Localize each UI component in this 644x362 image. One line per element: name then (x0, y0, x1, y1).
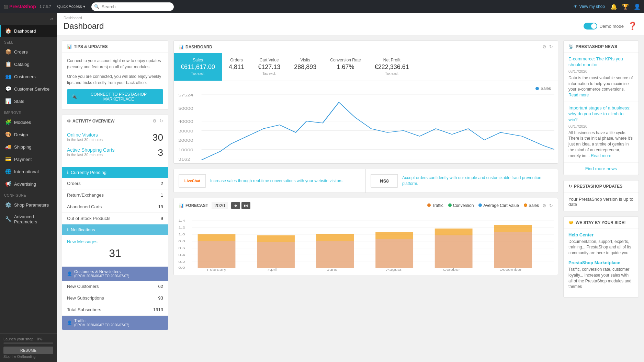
stay-icon: 🤝 (568, 220, 574, 225)
sidebar-item-customers[interactable]: 👥 Customers (0, 70, 57, 83)
sidebar-item-design[interactable]: 🎨 Design (0, 128, 57, 141)
dashboard-header-title: 📊 DASHBOARD (179, 45, 212, 49)
new-messages-link[interactable]: New Messages (67, 239, 163, 244)
forecast-year: 2020 (212, 202, 228, 209)
shop-label: ⬛ PrestaShop (3, 4, 36, 9)
forecast-bar-chart: 1.4 1.2 1.0 0.8 0.6 0.4 0.2 0.0 (177, 217, 554, 271)
sidebar-item-customer-service[interactable]: 💬 Customer Service (0, 83, 57, 95)
sales-line-chart: 57524 50000 40000 30000 20000 10000 3162 (177, 91, 554, 164)
news-card-header: 📡 PRESTASHOP NEWS (564, 41, 639, 53)
toggle-switch[interactable] (584, 23, 597, 30)
tab-net-profit[interactable]: Net Profit €222,336.61 Tax excl. (368, 53, 416, 81)
svg-text:6/24/2020: 6/24/2020 (385, 162, 409, 164)
sidebar-item-payment[interactable]: 💳 Payment (0, 153, 57, 165)
sidebar-toggle[interactable]: « (0, 13, 57, 25)
pending-item-returns[interactable]: Return/Exchanges 1 (62, 189, 168, 201)
sidebar-item-dashboard[interactable]: 🏠 Dashboard (0, 25, 57, 37)
news-title-1[interactable]: E-commerce: The KPIs you should monitor (568, 56, 634, 68)
svg-rect-41 (316, 234, 354, 241)
forecast-prev-button[interactable]: ⏮ (231, 202, 240, 209)
news-read-more-2[interactable]: Read more (591, 153, 611, 158)
customer-item-new-customers[interactable]: New Customers 62 (62, 281, 168, 292)
marketplace-link[interactable]: PrestaShop Marketplace (568, 260, 634, 265)
page-title-text: Dashboard (64, 21, 104, 31)
quick-access-menu[interactable]: Quick Access ▾ (55, 3, 88, 10)
pending-item-orders[interactable]: Orders 2 (62, 178, 168, 189)
search-input[interactable] (91, 2, 174, 11)
sidebar-item-international[interactable]: 🌐 International (0, 165, 57, 178)
sidebar-item-catalog[interactable]: 📋 Catalog (0, 58, 57, 70)
bell-icon[interactable]: 🔔 (610, 3, 617, 10)
ns8-description[interactable]: Accept orders confidently with our simpl… (402, 175, 553, 187)
online-visitors-label[interactable]: Online Visitors (67, 132, 103, 138)
tab-sales[interactable]: Sales €611,617.00 Tax excl. (174, 53, 222, 81)
sidebar-bottom: Launch your shop! 0% RESUME Stop the OnB… (0, 333, 57, 362)
trophy-icon[interactable]: 🏆 (622, 3, 629, 10)
top-nav-icons: 🔔 🏆 👤 (610, 3, 641, 10)
sidebar-item-stats[interactable]: 📊 Stats (0, 95, 57, 107)
sales-chart-area: Sales 57524 50000 40000 30000 20000 1000… (174, 81, 558, 163)
svg-rect-36 (198, 241, 236, 268)
settings-icon[interactable]: ⚙ (152, 118, 157, 124)
orders-icon: 📦 (5, 49, 11, 55)
svg-text:April: April (268, 268, 278, 271)
dashboard-card-icons: ⚙ ↻ (542, 44, 553, 49)
svg-text:December: December (499, 268, 522, 271)
help-button[interactable]: ❓ (628, 22, 637, 31)
stay-body: Help Center Documentation, support, expe… (564, 229, 639, 297)
dashboard-content: 📊 TIPS & UPDATES Connect to your account… (57, 35, 644, 335)
sidebar-item-shop-parameters[interactable]: ⚙️ Shop Parameters (0, 199, 57, 211)
dashboard-refresh-icon[interactable]: ↻ (549, 44, 553, 49)
svg-text:6/18/2020: 6/18/2020 (320, 162, 344, 164)
demo-mode-toggle[interactable]: Demo mode (584, 23, 624, 30)
livechat-description[interactable]: Increase sales through real-time convers… (210, 178, 343, 184)
partners-card: LiveChat Increase sales through real-tim… (173, 169, 558, 193)
sidebar-item-modules[interactable]: 🧩 Modules (0, 116, 57, 128)
activity-card: ⚙ ACTIVITY OVERVIEW ⚙ ↻ Online Visitors (62, 115, 168, 330)
sidebar-item-advanced-parameters[interactable]: 🔧 Advanced Parameters (0, 211, 57, 227)
customer-item-new-subscriptions[interactable]: New Subscriptions 93 (62, 292, 168, 304)
svg-text:0.6: 0.6 (178, 246, 185, 250)
svg-text:3162: 3162 (178, 157, 190, 162)
news-item-1: E-commerce: The KPIs you should monitor … (564, 53, 639, 102)
svg-rect-37 (198, 234, 236, 241)
pending-item-abandoned-carts[interactable]: Abandoned Carts 19 (62, 201, 168, 213)
tab-cart-value[interactable]: Cart Value €127.13 Tax excl. (251, 53, 287, 81)
dashboard-settings-icon[interactable]: ⚙ (542, 44, 546, 49)
find-more-news-link[interactable]: Find more news (564, 163, 639, 175)
forecast-settings-icon[interactable]: ⚙ (542, 203, 546, 208)
traffic-header-icon: 👤 (67, 320, 72, 325)
svg-text:February: February (207, 268, 226, 271)
user-icon[interactable]: 👤 (634, 3, 641, 10)
active-carts-label[interactable]: Active Shopping Carts (67, 147, 115, 153)
pending-item-out-of-stock[interactable]: Out of Stock Products 9 (62, 213, 168, 224)
active-carts-sub: in the last 30 minutes (67, 153, 115, 157)
sidebar-item-shipping[interactable]: 🚚 Shipping (0, 141, 57, 153)
connect-marketplace-button[interactable]: 🔌 CONNECT TO PRESTASHOP MARKETPLACE (67, 89, 163, 104)
view-shop-link[interactable]: 👁 View my shop (574, 4, 605, 9)
page-title-row: Dashboard Demo mode ❓ (64, 21, 637, 31)
sidebar-item-advertising[interactable]: 📢 Advertising (0, 178, 57, 190)
tab-conversion-rate[interactable]: Conversion Rate 1.67% (323, 53, 368, 81)
refresh-icon[interactable]: ↻ (159, 118, 163, 124)
news-read-more-1[interactable]: Read more (568, 93, 589, 97)
sidebar-item-orders[interactable]: 📦 Orders (0, 46, 57, 58)
page-title-right: Demo mode ❓ (584, 22, 637, 31)
forecast-refresh-icon[interactable]: ↻ (549, 203, 553, 208)
tab-orders[interactable]: Orders 4,811 (222, 53, 251, 81)
help-center-link[interactable]: Help Center (568, 232, 634, 237)
news-title-2[interactable]: Important stages of a business: why do y… (568, 105, 634, 123)
brand-logo: ⬛ PrestaShop (3, 4, 36, 9)
connect-icon: 🔌 (72, 94, 77, 99)
brand-version: 1.7.6.7 (39, 4, 51, 9)
tab-visits[interactable]: Visits 288,893 (287, 53, 323, 81)
improve-section-label: IMPROVE (0, 107, 57, 116)
pending-icon: ℹ (67, 170, 69, 175)
activity-icon: ⚙ (67, 119, 71, 124)
customer-item-total-subscribers[interactable]: Total Subscribers 1913 (62, 304, 168, 316)
forecast-next-button[interactable]: ⏭ (241, 202, 250, 209)
svg-text:0.8: 0.8 (178, 240, 185, 243)
partner-ns8: NS8 Accept orders confidently with our s… (366, 169, 558, 192)
svg-text:6/30/2020: 6/30/2020 (444, 162, 468, 164)
resume-button[interactable]: RESUME (3, 347, 53, 354)
